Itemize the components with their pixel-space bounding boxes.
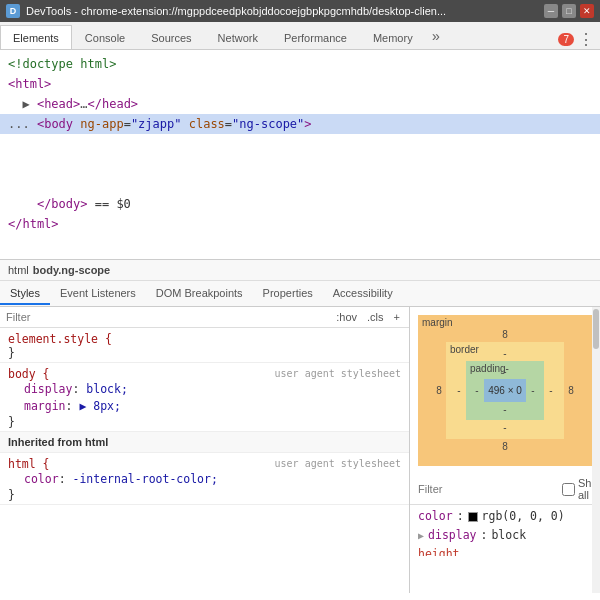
style-rule-body: body { user agent stylesheet display: bl… (0, 363, 409, 432)
tab-event-listeners[interactable]: Event Listeners (50, 283, 146, 305)
tab-styles[interactable]: Styles (0, 283, 50, 305)
add-rule-button[interactable]: + (391, 310, 403, 324)
border-label: border (450, 344, 479, 355)
breadcrumb-html[interactable]: html (8, 264, 29, 276)
box-model-container: margin 8 8 border - - padding- (418, 315, 592, 466)
margin-left: 8 (432, 385, 446, 396)
main-content: :hov .cls + element.style { } body { use… (0, 307, 600, 593)
tab-network[interactable]: Network (205, 25, 271, 49)
dom-line (0, 174, 600, 194)
computed-prop-display: ▶ display : block (418, 526, 592, 545)
tab-performance[interactable]: Performance (271, 25, 360, 49)
styles-tabbar: Styles Event Listeners DOM Breakpoints P… (0, 281, 600, 307)
dom-line: </html> (0, 214, 600, 234)
cls-button[interactable]: .cls (364, 310, 387, 324)
rule-prop: margin: ▶ 8px; (8, 398, 401, 415)
rule-selector-body: body { (8, 367, 50, 381)
tab-properties[interactable]: Properties (253, 283, 323, 305)
computed-filter-row: Show all (410, 474, 600, 505)
computed-props-list: color : rgb(0, 0, 0) ▶ display : block h… (410, 505, 600, 556)
color-swatch (468, 512, 478, 522)
margin-bottom: 8 (432, 441, 578, 452)
minimize-button[interactable]: ─ (544, 4, 558, 18)
computed-prop-color: color : rgb(0, 0, 0) (418, 507, 592, 526)
border-bottom: - (452, 422, 558, 433)
show-all-checkbox[interactable] (562, 483, 575, 496)
box-margin: margin 8 8 border - - padding- (418, 315, 592, 466)
box-border: border - - padding- - - 496 (446, 342, 564, 439)
rule-closing: } (8, 415, 401, 429)
breadcrumb: html body.ng-scope (0, 260, 600, 281)
border-left: - (452, 385, 466, 396)
hov-button[interactable]: :hov (333, 310, 360, 324)
scrollbar-thumb[interactable] (593, 309, 599, 349)
filter-input[interactable] (6, 311, 327, 323)
box-middle-margin: 8 border - - padding- - - (432, 342, 578, 439)
dom-line (0, 154, 600, 174)
rule-header: body { user agent stylesheet (8, 367, 401, 381)
filter-row: :hov .cls + (0, 307, 409, 328)
styles-panel: :hov .cls + element.style { } body { use… (0, 307, 410, 593)
border-middle-row: - padding- - - 496 × 0 - (452, 361, 558, 420)
breadcrumb-body[interactable]: body.ng-scope (33, 264, 110, 276)
dom-line[interactable]: </body> == $0 (0, 194, 600, 214)
titlebar: D DevTools - chrome-extension://mgppdcee… (0, 0, 600, 22)
filter-controls: :hov .cls + (333, 310, 403, 324)
tab-memory[interactable]: Memory (360, 25, 426, 49)
rule-closing-html: } (8, 488, 401, 502)
tab-dom-breakpoints[interactable]: DOM Breakpoints (146, 283, 253, 305)
tab-elements[interactable]: Elements (0, 25, 72, 49)
scrollbar[interactable] (592, 307, 600, 593)
rule-selector: element.style { (8, 332, 401, 346)
tab-accessibility[interactable]: Accessibility (323, 283, 403, 305)
computed-section: Show all color : rgb(0, 0, 0) ▶ display … (410, 474, 600, 556)
padding-right: - (526, 385, 540, 396)
rule-closing: } (8, 346, 401, 360)
tab-sources[interactable]: Sources (138, 25, 204, 49)
dom-line (0, 134, 600, 154)
margin-right: 8 (564, 385, 578, 396)
close-button[interactable]: ✕ (580, 4, 594, 18)
margin-top: 8 (432, 329, 578, 340)
box-padding: padding- - - 496 × 0 - - (466, 361, 544, 420)
window-controls[interactable]: ─ □ ✕ (544, 4, 594, 18)
dom-line[interactable]: ▶ <head>…</head> (0, 94, 600, 114)
computed-prop-height: height (418, 545, 592, 556)
box-model-panel: margin 8 8 border - - padding- (410, 307, 600, 593)
tab-console[interactable]: Console (72, 25, 138, 49)
computed-filter-input[interactable] (418, 483, 556, 495)
rule-header-html: html { user agent stylesheet (8, 457, 401, 471)
more-tabs-button[interactable]: » (426, 25, 446, 49)
expand-arrow-icon[interactable]: ▶ (418, 527, 424, 544)
dom-line: <!doctype html> (0, 54, 600, 74)
dom-line[interactable]: <html> (0, 74, 600, 94)
rule-source-html: user agent stylesheet (275, 458, 401, 471)
maximize-button[interactable]: □ (562, 4, 576, 18)
rule-selector-html: html { (8, 457, 50, 471)
border-right: - (544, 385, 558, 396)
padding-label: padding- (470, 363, 509, 374)
padding-bottom: - (470, 404, 540, 415)
rule-prop-html: color: -internal-root-color; (8, 471, 401, 488)
badge: 7 (558, 33, 574, 46)
box-content: 496 × 0 (484, 379, 526, 402)
devtools-menu-button[interactable]: ⋮ (578, 30, 594, 49)
padding-middle-row: - 496 × 0 - (470, 379, 540, 402)
main-tabbar: Elements Console Sources Network Perform… (0, 22, 600, 50)
dom-panel: <!doctype html> <html> ▶ <head>…</head> … (0, 50, 600, 260)
dom-selected-line[interactable]: ... <body ng-app="zjapp" class="ng-scope… (0, 114, 600, 134)
inherited-header: Inherited from html (0, 432, 409, 453)
margin-label: margin (422, 317, 453, 328)
style-rule-element: element.style { } (0, 328, 409, 363)
style-rule-html: html { user agent stylesheet color: -int… (0, 453, 409, 505)
window-title: DevTools - chrome-extension://mgppdceedp… (26, 5, 538, 17)
devtools-icon: D (6, 4, 20, 18)
rule-prop: display: block; (8, 381, 401, 398)
rule-source: user agent stylesheet (275, 368, 401, 381)
padding-left: - (470, 385, 484, 396)
